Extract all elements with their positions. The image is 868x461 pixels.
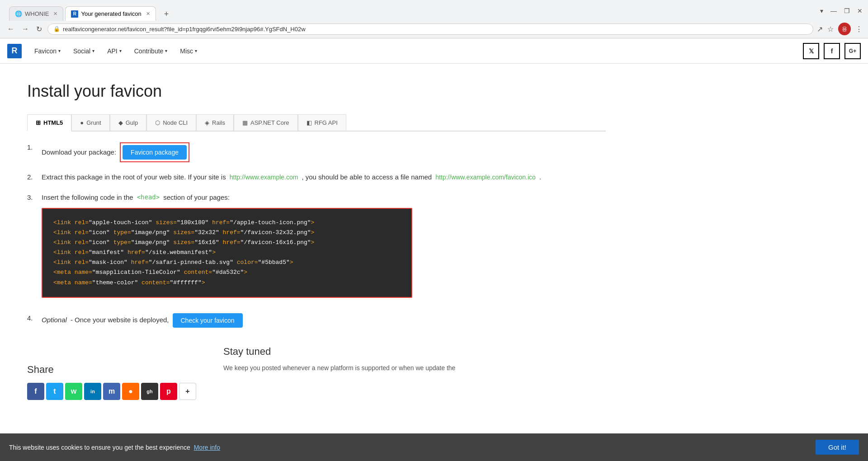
url-text: realfavicongenerator.net/favicon_result?… <box>63 26 807 33</box>
new-tab-button[interactable]: + <box>160 8 174 21</box>
example-url-link[interactable]: http://www.example.com <box>230 173 298 182</box>
share-more[interactable]: + <box>179 383 196 400</box>
share-page-button[interactable]: ↗ <box>817 25 823 33</box>
code-line-4: <link rel="manifest" href="/site.webmani… <box>53 248 401 258</box>
chevron-down-icon: ▾ <box>92 48 94 53</box>
favicon-url-link[interactable]: http://www.example.com/favicon.ico <box>435 173 536 182</box>
share-messenger[interactable]: m <box>103 383 120 400</box>
facebook-icon: f <box>831 47 833 55</box>
chevron-down-icon: ▾ <box>165 48 167 53</box>
bookmark-button[interactable]: ☆ <box>827 25 834 33</box>
back-button[interactable]: ← <box>5 23 16 35</box>
lock-icon: 🔒 <box>53 26 60 32</box>
tab-rails[interactable]: ◈ Rails <box>196 114 234 131</box>
step-1-content: Download your package: Favicon package <box>42 142 189 162</box>
twitter-icon: 𝕏 <box>809 47 814 55</box>
tab-whonie-close[interactable]: ✕ <box>53 11 57 17</box>
share-github[interactable]: gh <box>141 383 158 400</box>
googleplus-icon: G+ <box>849 48 856 54</box>
tab-grunt[interactable]: ● Grunt <box>71 114 109 131</box>
gulp-icon: ◆ <box>118 119 123 126</box>
code-line-3: <link rel="icon" type="image/png" sizes=… <box>53 238 401 248</box>
tab-list-button[interactable]: ▾ <box>820 7 823 14</box>
step-2-content: Extract this package in the root of your… <box>42 172 541 183</box>
step-3-text-after: section of your pages: <box>163 193 230 203</box>
code-line-2: <link rel="icon" type="image/png" sizes=… <box>53 228 401 238</box>
nav-favicon[interactable]: Favicon ▾ <box>29 44 66 58</box>
share-twitter[interactable]: t <box>46 383 63 400</box>
code-line-7: <meta name="theme-color" content="#fffff… <box>53 278 401 288</box>
address-bar[interactable]: 🔒 realfavicongenerator.net/favicon_resul… <box>47 24 813 35</box>
maximize-button[interactable]: ❐ <box>844 7 850 14</box>
tab-favicon-close[interactable]: ✕ <box>146 11 150 17</box>
favicon-package-button[interactable]: Favicon package <box>123 145 187 160</box>
stay-tuned-text: We keep you posted whenever a new platfo… <box>223 363 606 373</box>
reload-button[interactable]: ↻ <box>34 23 44 35</box>
googleplus-button[interactable]: G+ <box>844 43 861 59</box>
step-3-text-before: Insert the following code in the <box>42 193 133 203</box>
bottom-section: Share f t w in m ● gh p + Stay tuned We … <box>27 346 606 400</box>
facebook-button[interactable]: f <box>824 43 840 59</box>
nav-api[interactable]: API ▾ <box>102 44 127 58</box>
step-3-header: Insert the following code in the <head> … <box>42 193 606 203</box>
aspnet-icon: ▦ <box>242 119 248 126</box>
install-tabs: ⊞ HTML5 ● Grunt ◆ Gulp ⬡ Node CLI ◈ Rail… <box>27 114 606 132</box>
address-actions: ↗ ☆ 용 ⋮ <box>817 23 863 35</box>
step-3-content: Insert the following code in the <head> … <box>42 193 606 303</box>
step-1-num: 1. <box>27 142 38 153</box>
share-whatsapp[interactable]: w <box>65 383 82 400</box>
nav-misc[interactable]: Misc ▾ <box>175 44 203 58</box>
chevron-down-icon: ▾ <box>119 48 122 53</box>
tab-whonie[interactable]: 🌐 WHONIE ✕ <box>9 6 63 21</box>
stay-tuned-title: Stay tuned <box>223 346 606 358</box>
code-line-1: <link rel="apple-touch-icon" sizes="180x… <box>53 218 401 228</box>
forward-button[interactable]: → <box>20 23 31 35</box>
menu-button[interactable]: ⋮ <box>855 25 863 33</box>
step-2-text-before: Extract this package in the root of your… <box>42 172 226 183</box>
tab-nodecli[interactable]: ⬡ Node CLI <box>146 114 196 131</box>
step-3-num: 3. <box>27 193 38 203</box>
tab-aspnet[interactable]: ▦ ASP.NET Core <box>234 114 298 131</box>
step-2: 2. Extract this package in the root of y… <box>27 172 606 183</box>
minimize-button[interactable]: — <box>830 7 837 14</box>
stay-tuned-section: Stay tuned We keep you posted whenever a… <box>223 346 606 400</box>
nav-social[interactable]: Social ▾ <box>68 44 100 58</box>
tab-favicon[interactable]: R Your generated favicon ✕ <box>65 6 156 21</box>
step-1: 1. Download your package: Favicon packag… <box>27 142 606 162</box>
tab-rfgapi[interactable]: ◧ RFG API <box>298 114 346 131</box>
share-buttons: f t w in m ● gh p + <box>27 383 196 400</box>
tab-html5[interactable]: ⊞ HTML5 <box>27 114 71 132</box>
tab-favicon-label: Your generated favicon <box>81 10 141 17</box>
share-reddit[interactable]: ● <box>122 383 139 400</box>
globe-icon: 🌐 <box>15 10 22 17</box>
share-title: Share <box>27 364 196 376</box>
step-4-num: 4. <box>27 313 38 324</box>
chevron-down-icon: ▾ <box>58 48 61 53</box>
browser-chrome: 🌐 WHONIE ✕ R Your generated favicon ✕ + … <box>0 0 868 38</box>
step-2-num: 2. <box>27 172 38 183</box>
twitter-button[interactable]: 𝕏 <box>803 43 819 59</box>
step-3: 3. Insert the following code in the <hea… <box>27 193 606 303</box>
share-facebook[interactable]: f <box>27 383 44 400</box>
favicon-package-highlight: Favicon package <box>120 142 189 162</box>
step-1-text: Download your package: <box>42 147 116 158</box>
rails-icon: ◈ <box>205 119 209 126</box>
step-2-text-middle: , you should be able to access a file na… <box>302 172 432 183</box>
site-logo[interactable]: R <box>7 44 22 58</box>
close-window-button[interactable]: ✕ <box>857 7 863 14</box>
site-nav: R Favicon ▾ Social ▾ API ▾ Contribute ▾ … <box>0 38 868 64</box>
user-avatar[interactable]: 용 <box>838 23 851 35</box>
check-favicon-button[interactable]: Check your favicon <box>173 313 243 328</box>
steps: 1. Download your package: Favicon packag… <box>27 142 606 328</box>
step-4: 4. Optional - Once your website is deplo… <box>27 313 606 328</box>
rfg-icon: R <box>71 10 78 18</box>
share-pinterest[interactable]: p <box>160 383 177 400</box>
step-4-content: Optional - Once your website is deployed… <box>42 313 243 328</box>
tab-gulp[interactable]: ◆ Gulp <box>110 114 146 131</box>
code-line-5: <link rel="mask-icon" href="/safari-pinn… <box>53 258 401 268</box>
code-block: <link rel="apple-touch-icon" sizes="180x… <box>42 209 411 297</box>
share-linkedin[interactable]: in <box>84 383 101 400</box>
code-block-wrapper: <link rel="apple-touch-icon" sizes="180x… <box>42 208 412 298</box>
nav-contribute[interactable]: Contribute ▾ <box>129 44 173 58</box>
page-title: Install your favicon <box>27 82 606 101</box>
